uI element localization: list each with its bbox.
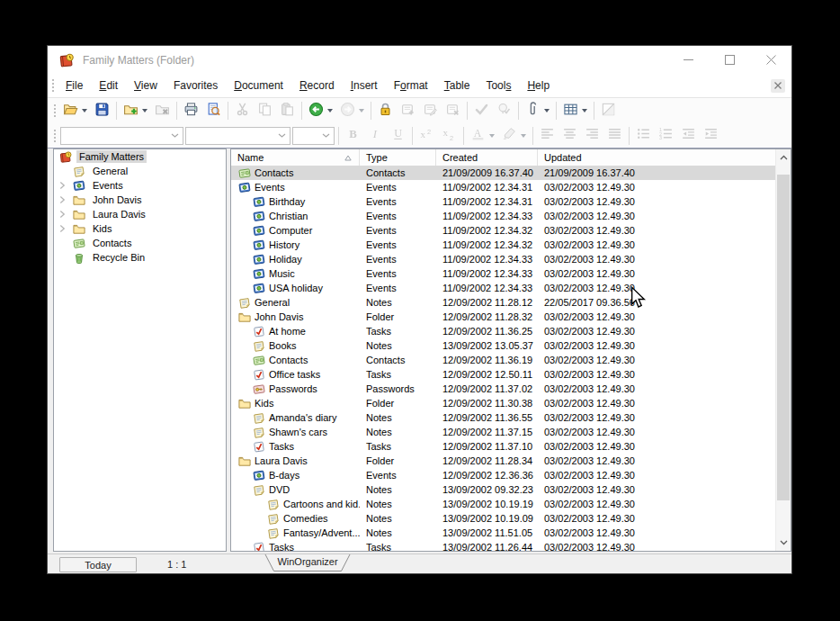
tree-item-events[interactable]: Events [54,178,226,193]
attachment-button[interactable] [523,100,552,122]
align-center-button[interactable] [559,125,580,147]
list-row[interactable]: DVDNotes13/09/2002 09.32.2303/02/2003 12… [231,482,775,497]
scroll-down-arrow[interactable] [776,536,791,550]
complete-check-button[interactable] [471,100,492,122]
back-button[interactable] [306,100,335,122]
menu-document[interactable]: Document [226,76,291,95]
column-header-name[interactable]: Name [231,149,360,166]
print-button[interactable] [181,100,201,122]
print-preview-button[interactable] [203,100,224,122]
list-row[interactable]: HistoryEvents11/09/2002 12.34.3203/02/20… [231,238,775,252]
highlight-button[interactable] [499,125,529,147]
list-row[interactable]: Office tasksTasks12/09/2002 12.50.1103/0… [231,367,775,382]
list-row[interactable]: BirthdayEvents11/09/2002 12.34.3103/02/2… [231,194,775,209]
align-left-button[interactable] [537,125,558,147]
list-row[interactable]: Shawn's carsNotes12/09/2002 11.37.1503/0… [231,425,775,439]
new-record-button[interactable] [398,100,418,122]
list-row[interactable]: B-daysEvents12/09/2002 12.36.3603/02/200… [231,468,775,482]
numbered-list-button[interactable]: 123 [656,125,676,147]
delete-folder-button[interactable] [152,100,173,122]
reminder-button[interactable] [494,100,514,122]
list-row[interactable]: Fantasy/Advent...Notes13/09/2002 11.51.0… [231,526,775,540]
size-combo[interactable] [292,127,335,145]
copy-button[interactable] [255,100,275,122]
list-row[interactable]: HolidayEvents11/09/2002 12.34.3303/02/20… [231,252,775,266]
column-header-type[interactable]: Type [360,149,436,166]
list-row[interactable]: GeneralNotes12/09/2002 11.28.1222/05/201… [231,295,775,310]
tree-item-john-davis[interactable]: John Davis [54,193,226,207]
tree-item-recycle-bin[interactable]: Recycle Bin [54,250,226,265]
paste-button[interactable] [277,100,298,122]
list-row[interactable]: EventsEvents11/09/2002 12.34.3103/02/200… [231,180,775,194]
menu-favorites[interactable]: Favorites [165,76,226,95]
list-row[interactable]: John DavisFolder12/09/2002 11.28.3203/02… [231,310,775,324]
font-color-button[interactable]: A [468,125,497,147]
menu-tools[interactable]: Tools [478,76,519,95]
tree-expander-icon[interactable] [58,210,72,219]
maximize-button[interactable] [709,46,750,74]
menu-format[interactable]: Format [386,76,436,95]
today-button[interactable]: Today [59,557,137,572]
decrease-indent-button[interactable] [678,125,699,147]
menu-record[interactable]: Record [291,76,343,95]
tree-expander-icon[interactable] [58,195,72,204]
lock-button[interactable] [375,100,396,122]
list-row[interactable]: ComediesNotes13/09/2002 10.19.0903/02/20… [231,511,775,526]
style-combo[interactable] [60,127,183,145]
list-row[interactable]: BooksNotes13/09/2002 13.05.3703/02/2003 … [231,338,775,353]
list-row[interactable]: ContactsContacts12/09/2002 11.36.1903/02… [231,353,775,367]
notebook-tab[interactable]: WinOrganizer [264,554,351,572]
tree-item-general[interactable]: General [54,164,226,178]
edit-record-button[interactable] [420,100,441,122]
increase-indent-button[interactable] [701,125,721,147]
list-row[interactable]: TasksTasks13/09/2002 11.26.4403/02/2003 … [231,540,775,551]
list-row[interactable]: Amanda's diaryNotes12/09/2002 11.36.5503… [231,410,775,425]
column-header-created[interactable]: Created [436,149,538,166]
menu-view[interactable]: View [126,76,165,95]
minimize-button[interactable] [667,46,709,74]
tree-item-family-matters[interactable]: Family Matters [54,149,226,164]
list-row[interactable]: TasksTasks12/09/2002 11.37.1003/02/2003 … [231,439,775,454]
tree-item-kids[interactable]: Kids [54,221,226,236]
underline-button[interactable]: U [388,125,408,147]
new-folder-button[interactable] [121,100,150,122]
font-combo[interactable] [185,127,290,145]
menu-insert[interactable]: Insert [343,76,386,95]
italic-button[interactable]: I [365,125,386,147]
notes-panel-button[interactable] [598,100,619,122]
open-folder-button[interactable] [60,100,90,122]
menu-table[interactable]: Table [436,76,478,95]
list-row[interactable]: ContactsContacts21/09/2009 16.37.4021/09… [231,166,775,180]
delete-record-button[interactable] [442,100,463,122]
menu-edit[interactable]: Edit [91,76,126,95]
list-row[interactable]: MusicEvents11/09/2002 12.34.3303/02/2003… [231,266,775,281]
superscript-button[interactable]: x2 [416,125,437,147]
menu-file[interactable]: File [58,76,91,95]
align-justify-button[interactable] [604,125,625,147]
list-row[interactable]: Cartoons and kid...Notes13/09/2002 10.19… [231,497,775,511]
vertical-scrollbar[interactable] [775,149,791,551]
subscript-button[interactable]: x2 [439,125,460,147]
scroll-up-arrow[interactable] [776,150,791,165]
list-row[interactable]: USA holidayEvents11/09/2002 12.34.3303/0… [231,281,775,295]
list-row[interactable]: PasswordsPasswords12/09/2002 11.37.0203/… [231,382,775,396]
list-row[interactable]: Laura DavisFolder12/09/2002 11.28.3403/0… [231,454,775,468]
bullet-list-button[interactable] [633,125,654,147]
list-row[interactable]: At homeTasks12/09/2002 11.36.2503/02/200… [231,324,775,338]
cut-button[interactable] [232,100,253,122]
tree-item-contacts[interactable]: Contacts [54,236,226,250]
bold-button[interactable]: B [343,125,363,147]
forward-button[interactable] [337,100,367,122]
close-document-button[interactable] [771,79,785,93]
list-row[interactable]: ComputerEvents11/09/2002 12.34.3203/02/2… [231,223,775,238]
insert-table-button[interactable] [560,100,590,122]
tree-expander-icon[interactable] [58,224,72,233]
list-row[interactable]: ChristianEvents11/09/2002 12.34.3303/02/… [231,209,775,223]
tree-expander-icon[interactable] [58,181,72,190]
scrollbar-thumb[interactable] [777,175,790,500]
save-button[interactable] [92,100,112,122]
column-header-updated[interactable]: Updated [538,149,791,166]
close-button[interactable] [750,46,791,74]
list-row[interactable]: KidsFolder12/09/2002 11.30.3803/02/2003 … [231,396,775,410]
menu-help[interactable]: Help [519,76,558,95]
